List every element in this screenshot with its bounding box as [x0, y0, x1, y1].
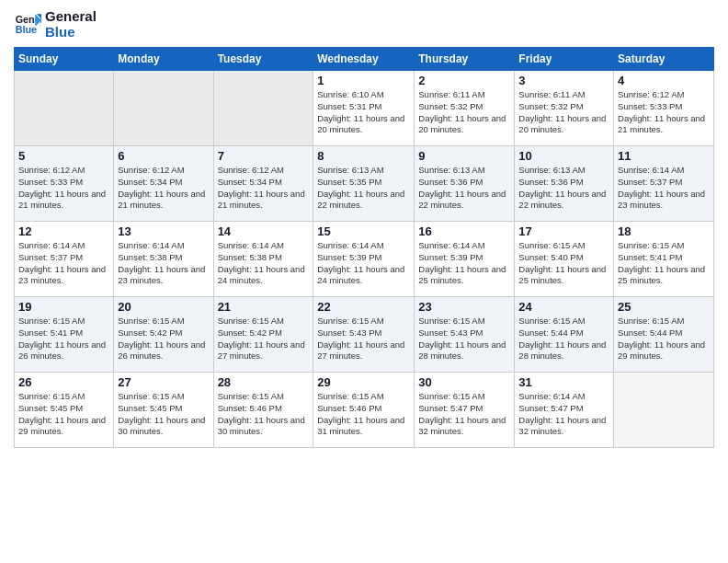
calendar-cell: 14Sunrise: 6:14 AM Sunset: 5:38 PM Dayli… — [213, 222, 313, 297]
calendar-cell: 20Sunrise: 6:15 AM Sunset: 5:42 PM Dayli… — [114, 297, 213, 373]
day-info: Sunrise: 6:15 AM Sunset: 5:42 PM Dayligh… — [118, 316, 209, 362]
day-number: 20 — [118, 300, 209, 314]
day-info: Sunrise: 6:13 AM Sunset: 5:36 PM Dayligh… — [518, 165, 609, 212]
day-number: 10 — [518, 149, 609, 163]
day-info: Sunrise: 6:14 AM Sunset: 5:39 PM Dayligh… — [317, 240, 410, 287]
calendar-cell: 28Sunrise: 6:15 AM Sunset: 5:46 PM Dayli… — [213, 373, 313, 448]
day-number: 9 — [418, 149, 510, 163]
day-number: 21 — [218, 300, 310, 314]
day-number: 31 — [518, 375, 609, 389]
calendar-cell: 19Sunrise: 6:15 AM Sunset: 5:41 PM Dayli… — [15, 297, 114, 373]
calendar-cell: 2Sunrise: 6:11 AM Sunset: 5:32 PM Daylig… — [415, 71, 515, 146]
day-info: Sunrise: 6:14 AM Sunset: 5:39 PM Dayligh… — [418, 240, 510, 287]
calendar-cell: 4Sunrise: 6:12 AM Sunset: 5:33 PM Daylig… — [614, 71, 714, 146]
calendar-cell: 30Sunrise: 6:15 AM Sunset: 5:47 PM Dayli… — [415, 373, 515, 448]
calendar-cell — [614, 373, 714, 448]
day-number: 30 — [418, 375, 510, 389]
day-info: Sunrise: 6:14 AM Sunset: 5:38 PM Dayligh… — [218, 240, 310, 287]
day-number: 7 — [218, 149, 310, 163]
day-number: 18 — [618, 224, 710, 238]
weekday-header-monday: Monday — [114, 48, 213, 71]
day-number: 13 — [118, 224, 209, 238]
day-number: 15 — [317, 224, 410, 238]
day-info: Sunrise: 6:15 AM Sunset: 5:42 PM Dayligh… — [218, 316, 310, 362]
weekday-header-sunday: Sunday — [15, 48, 114, 71]
calendar-cell: 15Sunrise: 6:14 AM Sunset: 5:39 PM Dayli… — [313, 222, 415, 297]
calendar-cell: 18Sunrise: 6:15 AM Sunset: 5:41 PM Dayli… — [614, 222, 714, 297]
day-info: Sunrise: 6:14 AM Sunset: 5:38 PM Dayligh… — [118, 240, 209, 287]
day-info: Sunrise: 6:11 AM Sunset: 5:32 PM Dayligh… — [418, 89, 510, 136]
week-row-4: 19Sunrise: 6:15 AM Sunset: 5:41 PM Dayli… — [15, 297, 714, 373]
calendar-cell — [114, 71, 213, 146]
day-number: 24 — [518, 300, 609, 314]
day-number: 14 — [218, 224, 310, 238]
day-number: 16 — [418, 224, 510, 238]
day-info: Sunrise: 6:12 AM Sunset: 5:34 PM Dayligh… — [118, 165, 209, 212]
day-number: 12 — [18, 224, 109, 238]
day-info: Sunrise: 6:14 AM Sunset: 5:37 PM Dayligh… — [618, 165, 710, 212]
weekday-header-saturday: Saturday — [614, 48, 714, 71]
day-info: Sunrise: 6:15 AM Sunset: 5:43 PM Dayligh… — [317, 316, 410, 362]
calendar-cell: 8Sunrise: 6:13 AM Sunset: 5:35 PM Daylig… — [313, 146, 415, 222]
day-number: 2 — [418, 74, 510, 87]
weekday-header-wednesday: Wednesday — [313, 48, 415, 71]
day-info: Sunrise: 6:13 AM Sunset: 5:36 PM Dayligh… — [418, 165, 510, 212]
calendar-cell: 16Sunrise: 6:14 AM Sunset: 5:39 PM Dayli… — [415, 222, 515, 297]
calendar-cell: 10Sunrise: 6:13 AM Sunset: 5:36 PM Dayli… — [515, 146, 614, 222]
day-number: 25 — [618, 300, 710, 314]
weekday-header-row: SundayMondayTuesdayWednesdayThursdayFrid… — [15, 48, 714, 71]
calendar-cell: 17Sunrise: 6:15 AM Sunset: 5:40 PM Dayli… — [515, 222, 614, 297]
calendar-cell — [213, 71, 313, 146]
calendar-cell: 9Sunrise: 6:13 AM Sunset: 5:36 PM Daylig… — [415, 146, 515, 222]
page: General Blue General Blue SundayMondayTu… — [0, 0, 728, 563]
calendar-cell: 27Sunrise: 6:15 AM Sunset: 5:45 PM Dayli… — [114, 373, 213, 448]
day-number: 1 — [317, 74, 410, 87]
day-info: Sunrise: 6:10 AM Sunset: 5:31 PM Dayligh… — [317, 89, 410, 136]
calendar-cell: 12Sunrise: 6:14 AM Sunset: 5:37 PM Dayli… — [15, 222, 114, 297]
calendar-cell: 3Sunrise: 6:11 AM Sunset: 5:32 PM Daylig… — [515, 71, 614, 146]
day-info: Sunrise: 6:12 AM Sunset: 5:33 PM Dayligh… — [18, 165, 109, 212]
day-number: 17 — [518, 224, 609, 238]
day-info: Sunrise: 6:15 AM Sunset: 5:46 PM Dayligh… — [218, 391, 310, 438]
calendar-table: SundayMondayTuesdayWednesdayThursdayFrid… — [14, 47, 714, 448]
day-info: Sunrise: 6:15 AM Sunset: 5:41 PM Dayligh… — [618, 240, 710, 287]
calendar-cell: 29Sunrise: 6:15 AM Sunset: 5:46 PM Dayli… — [313, 373, 415, 448]
day-info: Sunrise: 6:15 AM Sunset: 5:44 PM Dayligh… — [518, 316, 609, 362]
day-info: Sunrise: 6:15 AM Sunset: 5:45 PM Dayligh… — [18, 391, 109, 438]
day-info: Sunrise: 6:14 AM Sunset: 5:37 PM Dayligh… — [18, 240, 109, 287]
calendar-cell: 7Sunrise: 6:12 AM Sunset: 5:34 PM Daylig… — [213, 146, 313, 222]
week-row-3: 12Sunrise: 6:14 AM Sunset: 5:37 PM Dayli… — [15, 222, 714, 297]
day-number: 5 — [18, 149, 109, 163]
day-info: Sunrise: 6:14 AM Sunset: 5:47 PM Dayligh… — [518, 391, 609, 438]
day-info: Sunrise: 6:15 AM Sunset: 5:45 PM Dayligh… — [118, 391, 209, 438]
day-number: 6 — [118, 149, 209, 163]
weekday-header-friday: Friday — [515, 48, 614, 71]
day-info: Sunrise: 6:11 AM Sunset: 5:32 PM Dayligh… — [518, 89, 609, 136]
calendar-cell — [15, 71, 114, 146]
day-info: Sunrise: 6:12 AM Sunset: 5:34 PM Dayligh… — [218, 165, 310, 212]
day-info: Sunrise: 6:15 AM Sunset: 5:44 PM Dayligh… — [618, 316, 710, 362]
day-info: Sunrise: 6:15 AM Sunset: 5:40 PM Dayligh… — [518, 240, 609, 287]
day-info: Sunrise: 6:15 AM Sunset: 5:47 PM Dayligh… — [418, 391, 510, 438]
day-number: 22 — [317, 300, 410, 314]
logo-icon: General Blue — [14, 11, 41, 39]
calendar-cell: 26Sunrise: 6:15 AM Sunset: 5:45 PM Dayli… — [15, 373, 114, 448]
calendar-cell: 31Sunrise: 6:14 AM Sunset: 5:47 PM Dayli… — [515, 373, 614, 448]
day-info: Sunrise: 6:15 AM Sunset: 5:43 PM Dayligh… — [418, 316, 510, 362]
header: General Blue General Blue — [14, 9, 714, 40]
logo-text: General Blue — [45, 9, 97, 40]
week-row-1: 1Sunrise: 6:10 AM Sunset: 5:31 PM Daylig… — [15, 71, 714, 146]
day-number: 3 — [518, 74, 609, 87]
calendar-cell: 22Sunrise: 6:15 AM Sunset: 5:43 PM Dayli… — [313, 297, 415, 373]
day-info: Sunrise: 6:12 AM Sunset: 5:33 PM Dayligh… — [618, 89, 710, 136]
day-number: 23 — [418, 300, 510, 314]
calendar-cell: 1Sunrise: 6:10 AM Sunset: 5:31 PM Daylig… — [313, 71, 415, 146]
logo: General Blue General Blue — [14, 9, 97, 40]
calendar-cell: 24Sunrise: 6:15 AM Sunset: 5:44 PM Dayli… — [515, 297, 614, 373]
day-number: 8 — [317, 149, 410, 163]
calendar-cell: 6Sunrise: 6:12 AM Sunset: 5:34 PM Daylig… — [114, 146, 213, 222]
day-info: Sunrise: 6:15 AM Sunset: 5:46 PM Dayligh… — [317, 391, 410, 438]
calendar-cell: 11Sunrise: 6:14 AM Sunset: 5:37 PM Dayli… — [614, 146, 714, 222]
svg-text:Blue: Blue — [16, 24, 37, 35]
day-number: 26 — [18, 375, 109, 389]
